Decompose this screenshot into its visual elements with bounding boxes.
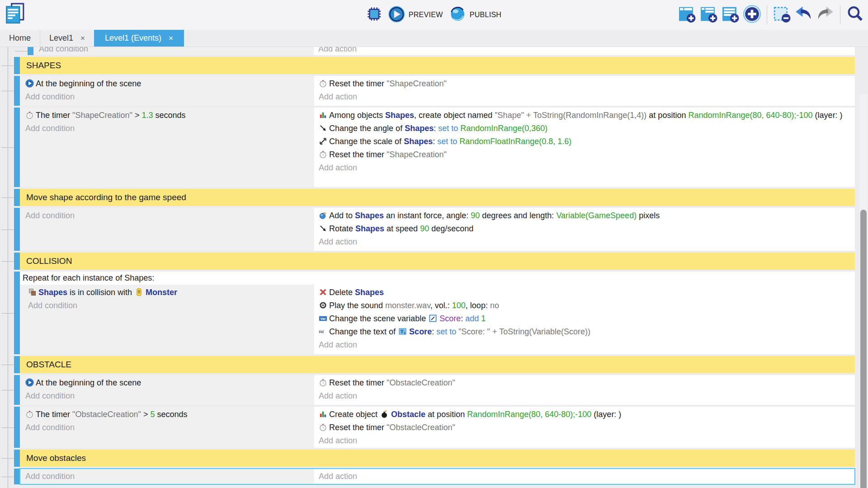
add-condition-button[interactable]: Add condition [25,90,314,103]
redo-icon[interactable] [816,5,835,25]
tab-close-icon[interactable]: × [80,34,85,43]
add-condition-button[interactable]: Add condition [39,47,314,55]
action[interactable]: Change the angle of Shapes: set to Rando… [319,122,849,135]
group-header[interactable]: OBSTACLE [20,356,855,373]
add-action-button[interactable]: Add action [319,470,849,483]
delete-event-icon[interactable] [773,5,791,25]
timer-icon [319,378,328,386]
conditions-column[interactable]: The timer "ShapeCreation" > 1.3 secondsA… [20,108,316,187]
actions-column[interactable]: Among objects Shapes, create object name… [316,108,855,187]
preview-label: PREVIEW [409,11,443,19]
debugger-icon[interactable] [367,6,382,23]
conditions-column[interactable]: Add condition [20,469,316,484]
add-comment-icon[interactable] [721,5,740,25]
text-object-icon: Tx [398,327,407,335]
action[interactable]: Reset the timer "ShapeCreation" [319,148,849,161]
action[interactable]: Rotate Shapes at speed 90 deg/second [319,222,849,235]
add-event-icon[interactable] [678,5,696,25]
event-selection-bar[interactable] [14,450,20,467]
add-action-button[interactable]: Add action [319,389,849,403]
event-selection-bar[interactable] [28,47,33,55]
action[interactable]: Create object Obstacle at position Rando… [319,408,849,421]
event-selection-bar[interactable] [14,108,20,187]
condition[interactable]: At the beginning of the scene [25,376,314,389]
conditions-column[interactable]: Add condition [20,208,316,251]
event-selection-bar[interactable] [14,407,20,448]
event-selection-bar[interactable] [14,375,20,405]
event-selection-bar[interactable] [14,272,20,354]
foreach-header[interactable]: Repeat for each instance of Shapes: [20,272,855,285]
actions-column[interactable]: Reset the timer "ObstacleCreation"Add ac… [316,375,855,405]
group-header[interactable]: COLLISION [20,253,855,270]
group-header[interactable]: SHAPES [20,57,855,74]
search-icon[interactable] [846,5,864,25]
publish-button[interactable]: PUBLISH [449,6,502,24]
action[interactable]: Play the sound monster.wav, vol.: 100, l… [319,299,849,312]
add-condition-button[interactable]: Add condition [25,470,314,483]
add-condition-button[interactable]: Add condition [25,421,314,434]
action[interactable]: txtChange the text of TxScore: set to "S… [319,325,849,338]
preview-button[interactable]: PREVIEW [388,6,443,24]
group-header[interactable]: Move obstacles [20,450,855,467]
actions-column[interactable]: Add action [316,469,855,484]
add-condition-button[interactable]: Add condition [25,389,314,403]
condition[interactable]: The timer "ObstacleCreation" > 5 seconds [25,408,314,421]
action[interactable]: Add to Shapes an instant force, angle: 9… [319,209,849,222]
scale-icon [319,136,328,145]
tab-close-icon[interactable]: × [169,34,173,43]
action[interactable]: Reset the timer "ShapeCreation" [319,77,849,90]
event-selection-bar[interactable] [14,469,20,484]
event-selection-bar[interactable] [14,57,20,74]
condition[interactable]: Shapes is in collision with Monster [28,286,314,299]
add-more-icon[interactable] [743,5,761,25]
event-box: Add conditionAdd to Shapes an instant fo… [20,208,855,251]
event-selection-bar[interactable] [14,189,20,206]
tab-level1-scene[interactable]: Level1 × [40,30,94,47]
event-box: Add conditionAdd action [33,47,855,55]
events-sheet: Add conditionAdd actionSHAPESAt the begi… [0,47,868,488]
add-condition-button[interactable]: Add condition [25,122,314,135]
actions-column[interactable]: Reset the timer "ShapeCreation"Add actio… [316,76,855,106]
action[interactable]: Change the scale of Shapes: set to Rando… [319,135,849,148]
action[interactable]: Delete Shapes [319,286,849,299]
vertical-scrollbar[interactable] [859,94,868,488]
add-action-button[interactable]: Add action [319,161,849,174]
event-selection-bar[interactable] [14,76,20,106]
create-object-icon [319,110,328,119]
app-menu-icon[interactable] [5,2,25,26]
actions-column[interactable]: Delete ShapesPlay the sound monster.wav,… [316,285,855,354]
condition[interactable]: The timer "ShapeCreation" > 1.3 seconds [25,109,314,122]
event-selection-bar[interactable] [14,253,20,270]
actions-column[interactable]: Add to Shapes an instant force, angle: 9… [316,208,855,251]
group-title: Move shape according to the game speed [20,192,855,202]
conditions-column[interactable]: At the beginning of the sceneAdd conditi… [20,76,316,106]
event-selection-bar[interactable] [14,208,20,251]
scrollbar-thumb[interactable] [860,210,867,488]
action[interactable]: VarChange the scene variable Score: add … [319,312,849,325]
add-subevent-icon[interactable] [699,5,718,25]
event-selection-bar[interactable] [14,356,20,373]
add-action-button[interactable]: Add action [319,434,849,447]
action[interactable]: Reset the timer "ObstacleCreation" [319,421,849,434]
conditions-column[interactable]: The timer "ObstacleCreation" > 5 seconds… [20,407,316,448]
add-condition-button[interactable]: Add condition [25,209,314,222]
timer-icon [319,150,328,158]
conditions-column[interactable]: Shapes is in collision with MonsterAdd c… [20,285,316,354]
undo-icon[interactable] [794,5,813,25]
actions-column[interactable]: Add action [316,47,855,55]
action[interactable]: Among objects Shapes, create object name… [319,109,849,122]
actions-column[interactable]: Create object Obstacle at position Rando… [316,407,855,448]
group-title: SHAPES [20,61,855,70]
conditions-column[interactable]: At the beginning of the sceneAdd conditi… [20,375,316,405]
action[interactable]: Reset the timer "ObstacleCreation" [319,376,849,389]
add-action-button[interactable]: Add action [319,90,849,103]
group-header[interactable]: Move shape according to the game speed [20,189,855,206]
tab-home[interactable]: Home [0,30,40,47]
add-action-button[interactable]: Add action [319,235,849,249]
tab-level1-events[interactable]: Level1 (Events) × [94,30,184,47]
add-condition-button[interactable]: Add condition [28,299,314,312]
add-action-button[interactable]: Add action [318,47,849,55]
conditions-column[interactable]: Add condition [33,47,316,55]
add-action-button[interactable]: Add action [319,338,849,352]
condition[interactable]: At the beginning of the scene [25,77,314,90]
